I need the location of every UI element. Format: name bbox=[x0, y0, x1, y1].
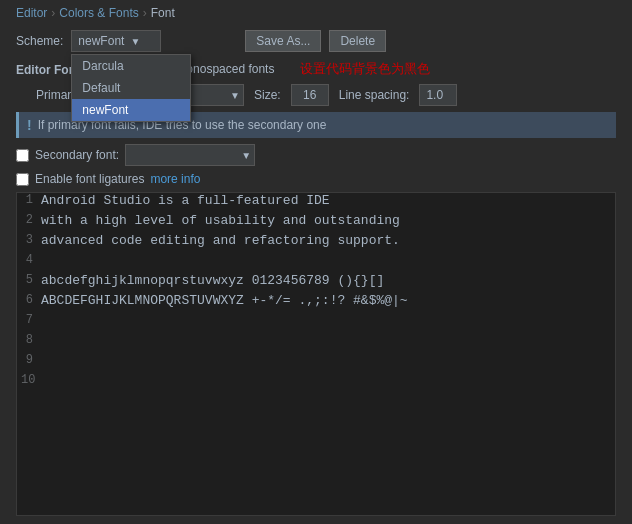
code-line: 7 bbox=[17, 313, 615, 333]
breadcrumb-sep1: › bbox=[51, 6, 55, 20]
save-as-button[interactable]: Save As... bbox=[245, 30, 321, 52]
chinese-annotation: 设置代码背景色为黑色 bbox=[300, 60, 430, 78]
size-input[interactable] bbox=[291, 84, 329, 106]
breadcrumb-editor[interactable]: Editor bbox=[16, 6, 47, 20]
scheme-label: Scheme: bbox=[16, 34, 63, 48]
code-line: 8 bbox=[17, 333, 615, 353]
code-preview: 1Android Studio is a full-featured IDE2w… bbox=[16, 192, 616, 516]
code-line: 3advanced code editing and refactoring s… bbox=[17, 233, 615, 253]
code-line: 10 bbox=[17, 373, 615, 393]
line-number: 3 bbox=[17, 233, 41, 247]
code-line: 6ABCDEFGHIJKLMNOPQRSTUVWXYZ +-*/= .,;:!?… bbox=[17, 293, 615, 313]
code-line: 5abcdefghijklmnopqrstuvwxyz 0123456789 (… bbox=[17, 273, 615, 293]
secondary-font-label: Secondary font: bbox=[35, 148, 119, 162]
line-content: Android Studio is a full-featured IDE bbox=[41, 193, 330, 208]
line-content: ABCDEFGHIJKLMNOPQRSTUVWXYZ +-*/= .,;:!? … bbox=[41, 293, 408, 308]
code-line: 2with a high level of usability and outs… bbox=[17, 213, 615, 233]
code-line: 4 bbox=[17, 253, 615, 273]
breadcrumb-colors-fonts[interactable]: Colors & Fonts bbox=[59, 6, 138, 20]
size-label: Size: bbox=[254, 88, 281, 102]
ligatures-label: Enable font ligatures bbox=[35, 172, 144, 186]
secondary-font-checkbox[interactable] bbox=[16, 149, 29, 162]
secondary-font-select[interactable] bbox=[125, 144, 255, 166]
breadcrumb: Editor › Colors & Fonts › Font bbox=[0, 0, 632, 26]
scheme-popup: Darcula Default newFont bbox=[71, 54, 191, 122]
scheme-option-darcula[interactable]: Darcula bbox=[72, 55, 190, 77]
line-content: abcdefghijklmnopqrstuvwxyz 0123456789 ()… bbox=[41, 273, 384, 288]
line-number: 9 bbox=[17, 353, 41, 367]
delete-button[interactable]: Delete bbox=[329, 30, 386, 52]
line-content: advanced code editing and refactoring su… bbox=[41, 233, 400, 248]
scheme-option-newfont[interactable]: newFont bbox=[72, 99, 190, 121]
line-number: 7 bbox=[17, 313, 41, 327]
line-number: 8 bbox=[17, 333, 41, 347]
content-area: Scheme: newFont ▼ Darcula Default newFon… bbox=[0, 26, 632, 524]
secondary-font-select-wrapper: ▼ bbox=[125, 144, 255, 166]
more-info-link[interactable]: more info bbox=[150, 172, 200, 186]
breadcrumb-font: Font bbox=[151, 6, 175, 20]
scheme-option-default[interactable]: Default bbox=[72, 77, 190, 99]
main-container: Editor › Colors & Fonts › Font Scheme: n… bbox=[0, 0, 632, 524]
ligatures-row: Enable font ligatures more info bbox=[16, 172, 616, 186]
line-number: 10 bbox=[17, 373, 43, 387]
line-number: 1 bbox=[17, 193, 41, 207]
line-number: 2 bbox=[17, 213, 41, 227]
secondary-font-row: Secondary font: ▼ bbox=[16, 144, 616, 166]
code-line: 1Android Studio is a full-featured IDE bbox=[17, 193, 615, 213]
line-content: with a high level of usability and outst… bbox=[41, 213, 400, 228]
info-icon: ! bbox=[27, 117, 32, 133]
ligatures-checkbox[interactable] bbox=[16, 173, 29, 186]
scheme-row: Scheme: newFont ▼ Darcula Default newFon… bbox=[16, 30, 616, 52]
line-number: 6 bbox=[17, 293, 41, 307]
code-lines-container: 1Android Studio is a full-featured IDE2w… bbox=[17, 193, 615, 393]
code-line: 9 bbox=[17, 353, 615, 373]
scheme-selected-value: newFont bbox=[78, 34, 124, 48]
scheme-dropdown-arrow-icon: ▼ bbox=[130, 36, 140, 47]
scheme-dropdown-wrapper: newFont ▼ Darcula Default newFont bbox=[71, 30, 161, 52]
scheme-dropdown-button[interactable]: newFont ▼ bbox=[71, 30, 161, 52]
line-number: 4 bbox=[17, 253, 41, 267]
line-spacing-input[interactable] bbox=[419, 84, 457, 106]
breadcrumb-sep2: › bbox=[143, 6, 147, 20]
line-spacing-label: Line spacing: bbox=[339, 88, 410, 102]
line-number: 5 bbox=[17, 273, 41, 287]
